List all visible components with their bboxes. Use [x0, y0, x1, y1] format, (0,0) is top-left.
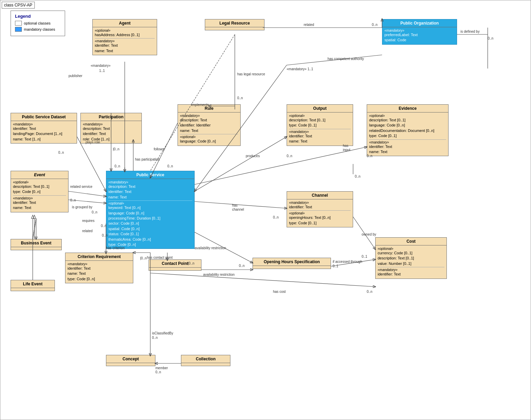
evidence-attr5: identifier: Text	[369, 144, 446, 149]
svg-line-26	[150, 273, 375, 287]
life-event-box: Life Event	[11, 280, 55, 291]
label-01-accessed2: 0..1	[333, 264, 338, 268]
public-service-box: Public Service «mandatory» description: …	[106, 171, 195, 249]
contact-point-title: Contact Point	[149, 260, 201, 268]
public-org-title: Public Organization	[382, 19, 457, 27]
event-title: Event	[11, 171, 68, 179]
public-org-body: «mandatory» preferredLabel: Text spatial…	[382, 27, 457, 44]
label-has-cost: has cost	[273, 290, 286, 294]
rule-title: Rule	[178, 105, 240, 112]
ps-attr7: sector: Code [0..n]	[108, 221, 192, 226]
ps-stereotype2: «optional»	[108, 201, 192, 205]
agent-attr3: name: Text	[95, 48, 155, 54]
participation-attr1: description: Text	[83, 126, 139, 131]
label-mandatory-11-hca: «mandatory» 1..1	[287, 67, 313, 71]
event-stereotype1: «optional»	[13, 180, 66, 184]
event-body: «optional» description: Text [0..1] type…	[11, 179, 68, 212]
svg-marker-31	[33, 215, 36, 219]
evidence-stereotype2: «mandatory»	[369, 140, 446, 144]
svg-marker-33	[31, 215, 34, 219]
output-title: Output	[287, 105, 353, 112]
cost-box: Cost «optional» currency: Code [0..1] de…	[375, 237, 447, 279]
svg-line-28	[33, 219, 36, 239]
public-org-stereotype: «mandatory»	[384, 29, 455, 32]
participation-attr3: role: Code [1..n]	[83, 137, 139, 142]
ohs-box: Opening Hours Specification	[253, 258, 331, 269]
label-0n-pr: |0..n	[113, 147, 119, 151]
channel-title: Channel	[287, 192, 353, 199]
label-01-accessed: 0..1	[362, 255, 367, 258]
event-attr1: description: Text [0..1]	[13, 184, 66, 189]
label-produces: produces	[246, 154, 260, 158]
ps-attr9: status: Code [0..1]	[108, 231, 192, 237]
output-stereotype2: «mandatory»	[289, 130, 351, 134]
rule-attr1: description: Text	[180, 118, 238, 123]
channel-box: Channel «mandatory» identifier: Text «op…	[287, 191, 353, 227]
svg-line-19	[195, 201, 287, 208]
label-11: 1..1	[99, 69, 105, 73]
participation-stereotype: «mandatory»	[83, 122, 139, 126]
public-service-body: «mandatory» description: Text identifier…	[106, 179, 194, 249]
rule-attr2: identifier: Identifier	[180, 123, 238, 128]
agent-attr2: identifier: Text	[95, 43, 155, 48]
label-0n-idb: 0..n	[488, 36, 494, 40]
cost-title: Cost	[376, 238, 446, 245]
label-mandatory-1: «mandatory»	[91, 64, 111, 68]
evidence-attr3: relatedDocumentation: Document [0..n]	[369, 128, 446, 133]
rule-stereotype2: «optional»	[180, 135, 238, 139]
channel-body: «mandatory» identifier: Text «optional» …	[287, 199, 353, 227]
agent-body: «optional» hasAddress: Address [0..1] «m…	[93, 27, 157, 55]
ps-stereotype1: «mandatory»	[108, 180, 192, 184]
psd-attr2: landingPage: Document [1..n]	[13, 131, 75, 136]
channel-stereotype1: «mandatory»	[289, 201, 351, 205]
ps-attr2: identifier: Text	[108, 189, 192, 194]
label-0n-hp: 0..n	[115, 164, 120, 168]
label-has-contact: has contact point	[147, 256, 173, 259]
label-0n-ev2: 0..n	[355, 175, 361, 178]
collection-title: Collection	[181, 355, 230, 363]
participation-box: Participation «mandatory» description: T…	[80, 113, 142, 144]
label-0n-avail: 0..n	[239, 264, 245, 268]
criterion-stereotype: «mandatory»	[67, 262, 131, 266]
svg-line-29	[33, 219, 36, 239]
psd-body: «mandatory» identifier: Text landingPage…	[11, 121, 77, 143]
collection-box: Collection	[181, 355, 230, 366]
cost-attr1: currency: Code [0..1]	[378, 251, 444, 256]
channel-attr1: identifier: Text	[289, 205, 351, 210]
event-attr4: name: Text	[13, 205, 66, 210]
ps-attr6: processingTime: Duration [0..1]	[108, 216, 192, 221]
label-0n-follows: 0..n	[167, 164, 173, 168]
legend-label-optional: optional classes	[24, 21, 50, 25]
label-related-ps: related	[82, 229, 93, 233]
label-owned-by: owned by	[362, 232, 376, 236]
label-0n-cost: 0..n	[367, 290, 373, 294]
label-0n-related: 0..n	[372, 23, 378, 27]
label-0n-produces: 0..n	[287, 154, 292, 158]
legend-optional: optional classes	[15, 21, 61, 26]
legal-resource-box: Legal Resource	[205, 19, 264, 30]
psd-attr3: name: Text [1..n]	[13, 137, 75, 142]
legend-swatch-optional	[15, 21, 22, 26]
ohs-body	[253, 266, 331, 269]
label-0n-member: 0..n	[155, 370, 161, 374]
evidence-attr2: language: Code [0..n]	[369, 123, 446, 128]
business-event-body	[11, 247, 61, 250]
label-requires: requires	[82, 219, 94, 223]
svg-line-17	[195, 147, 367, 184]
label-follows: follows	[154, 147, 164, 151]
svg-line-15	[77, 137, 106, 191]
label-has-channel2: channel	[232, 208, 244, 211]
output-box: Output «optional» description: Text [0..…	[287, 104, 353, 146]
svg-line-39	[150, 34, 235, 171]
life-event-title: Life Event	[11, 280, 55, 288]
event-attr3: identifier: Text	[13, 200, 66, 205]
channel-stereotype2: «optional»	[289, 211, 351, 215]
label-0n-lr: 0..n	[237, 96, 243, 100]
criterion-body: «mandatory» identifier: Text name: Text …	[65, 261, 133, 283]
agent-stereotype1: «optional»	[95, 29, 155, 32]
agent-stereotype2: «mandatory»	[95, 39, 155, 43]
label-grouped-by: is grouped by	[72, 205, 92, 209]
cost-stereotype2: «mandatory»	[378, 268, 444, 272]
event-stereotype2: «mandatory»	[13, 196, 66, 200]
concept-body	[106, 363, 155, 366]
